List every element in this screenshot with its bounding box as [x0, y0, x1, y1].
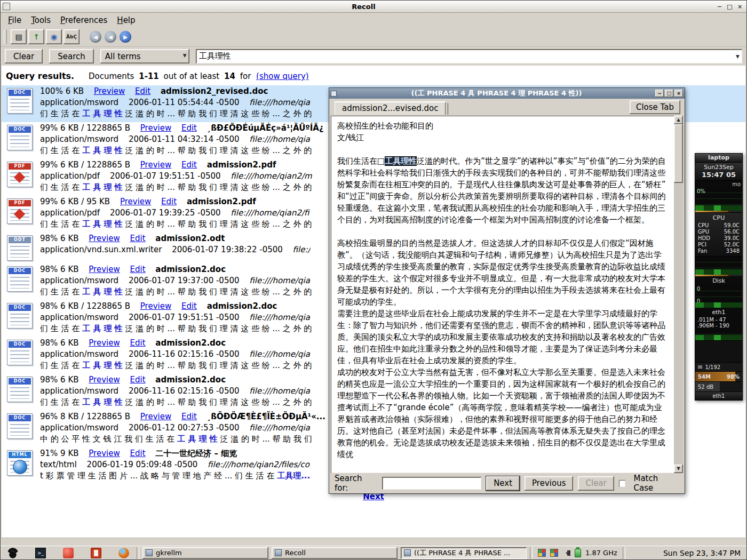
edit-link[interactable]: Edit [130, 265, 146, 274]
edit-link[interactable]: Edit [130, 338, 146, 348]
preview-link[interactable]: Preview [120, 197, 151, 206]
menu-item[interactable]: File [4, 14, 26, 26]
highlight-term: 工 具 理 性 [177, 434, 218, 444]
close-tab-button[interactable]: Close Tab [630, 100, 680, 114]
search-mode-select[interactable]: All terms ▼ [100, 49, 189, 63]
result-score-size: 98% 6 KB [40, 338, 79, 348]
volume-icon[interactable] [562, 550, 570, 556]
prev-page-button[interactable]: ◀ [105, 31, 116, 43]
highlight-term: 工 具 理 性 [82, 361, 123, 370]
clear-button[interactable]: Clear [5, 49, 43, 63]
tray-app-icon[interactable] [550, 549, 558, 557]
preview-scrollbar[interactable]: ▲ ▼ [674, 116, 683, 473]
highlight-term: 工 具 理 性 [82, 182, 123, 192]
find-previous-button[interactable]: Previous [525, 476, 573, 491]
toolbar-handle[interactable] [4, 30, 7, 44]
preview-link[interactable]: Preview [94, 86, 125, 96]
preview-link[interactable]: Preview [140, 301, 171, 311]
tray-app-icon[interactable] [538, 549, 546, 557]
taskbar-window-button[interactable]: gkrellm [142, 547, 268, 559]
firefox-icon[interactable] [118, 548, 129, 558]
show-query-link[interactable]: (show query) [256, 71, 309, 81]
result-url: file:///home/qia [249, 423, 310, 433]
desktop-menu-icon[interactable] [7, 548, 18, 558]
results-header: Query results. Documents 1-11 out of at … [2, 66, 745, 85]
scroll-up-icon[interactable]: ▲ [674, 116, 683, 124]
edit-link[interactable]: Edit [181, 123, 197, 133]
result-snippet: 泛 滥 的 时 ... 帮 助 我 们 理 清 这 些 纷 ... 之 外 的 [123, 182, 312, 192]
query-input-wrap: ▼ [196, 49, 742, 63]
find-input[interactable] [382, 477, 481, 490]
spell-button[interactable]: ÂbÇ [63, 29, 80, 44]
edit-link[interactable]: Edit [130, 234, 146, 243]
scroll-down-icon[interactable]: ▼ [674, 465, 683, 473]
result-url: file:///home/qian2/m [231, 171, 312, 181]
close-button[interactable]: × [735, 3, 744, 11]
net-title: eth1 [695, 309, 742, 316]
result-url: file:///home/qian2/fi [231, 208, 309, 218]
edit-link[interactable]: Edit [161, 197, 177, 206]
preview-link[interactable]: Preview [89, 234, 120, 243]
preview-link[interactable]: Preview [89, 375, 120, 385]
window-menu-icon[interactable] [3, 3, 10, 10]
result-mimetype: application/pdf [40, 171, 100, 181]
preview-link[interactable]: Preview [89, 449, 120, 458]
preview-minimize-button[interactable]: − [655, 90, 664, 97]
preview-link[interactable]: Preview [89, 338, 120, 348]
result-snippet: 泛 滥 的 时 ... 帮 助 我 们 理 清 这 些 纷 ... 之 外 的 [123, 397, 312, 407]
scrollbar-thumb[interactable] [674, 124, 683, 183]
clipboard-app-icon[interactable] [91, 548, 101, 558]
preview-link[interactable]: Preview [140, 123, 171, 133]
preview-link[interactable]: Preview [89, 265, 120, 274]
match-case-checkbox[interactable] [619, 480, 626, 487]
results-count-text: Documents [89, 71, 134, 81]
preview-text-area[interactable]: 高校招生的社会功能和目的 文/钱江 我们生活在□工具理性泛滥的时代。作为“世之显… [331, 116, 683, 473]
history-button[interactable]: ◉ [46, 29, 62, 44]
edit-link[interactable]: Edit [130, 449, 146, 458]
preview-maximize-button[interactable]: □ [665, 90, 673, 97]
gkrellm-volume[interactable]: 52 dB [695, 382, 742, 392]
menu-item[interactable]: Preferences [56, 14, 112, 26]
result-snippet: 泛 滥 的 时 ... 帮 助 我 们 [218, 434, 312, 444]
first-page-button[interactable]: ◀ [90, 31, 101, 43]
sensor-label: CPU [698, 222, 709, 229]
find-next-button[interactable]: Next [486, 476, 520, 491]
maximize-button[interactable]: □ [725, 3, 734, 11]
sort-button[interactable]: ↑ [28, 29, 44, 44]
sensor-value: 59.0C [724, 222, 740, 229]
terminal-launcher-icon[interactable]: >_ [35, 548, 46, 558]
gkrellm-mail[interactable]: ✉ 1/192 [695, 363, 742, 372]
menu-item[interactable]: Tools [27, 14, 55, 26]
taskbar-window-button[interactable]: Recoll [272, 547, 398, 559]
menu-item[interactable]: Help [113, 14, 139, 26]
preview-link[interactable]: Preview [140, 160, 171, 170]
highlight-term: 工 具 理 性 [82, 397, 123, 407]
result-datetime: 2006-01-11 04:32:14 -0500 [129, 134, 240, 144]
highlight-term: 工 具 理 性 [82, 287, 123, 297]
edit-link[interactable]: Edit [135, 86, 150, 96]
preview-close-button[interactable]: × [674, 90, 683, 97]
preview-titlebar[interactable]: ((工 PHRASE 4 具 PHRASE 4 理 PHRASE 4 性)) −… [329, 88, 685, 99]
next-page-button[interactable]: ▶ [120, 31, 131, 43]
sensor-value: 52.0C [724, 242, 740, 248]
find-clear-button[interactable]: Clear [578, 476, 614, 491]
file-type-label: PDF [9, 200, 31, 206]
edit-link[interactable]: Edit [181, 301, 197, 311]
search-button[interactable]: Search [49, 49, 94, 63]
edit-link[interactable]: Edit [181, 160, 197, 170]
preview-link[interactable]: Preview [140, 412, 171, 421]
query-details-button[interactable]: ▤ [11, 29, 27, 44]
edit-link[interactable]: Edit [181, 412, 197, 421]
window-icon [146, 549, 153, 556]
red-app-icon[interactable] [63, 548, 74, 558]
taskbar-window-button[interactable]: ((工 PHRASE 4 具 PHRASE ... [401, 547, 527, 559]
result-filename: admission2.odt [155, 234, 225, 243]
preview-tab[interactable]: admission2...evised.doc [335, 101, 446, 115]
query-input[interactable] [198, 51, 732, 62]
edit-link[interactable]: Edit [130, 375, 146, 385]
disk-chart: 0 0 [695, 285, 742, 308]
gkrellm-hostname[interactable]: laptop [695, 154, 742, 163]
minimize-button[interactable]: − [715, 3, 724, 11]
battery-icon[interactable] [575, 549, 581, 557]
query-history-dropdown-icon[interactable]: ▼ [736, 54, 740, 59]
